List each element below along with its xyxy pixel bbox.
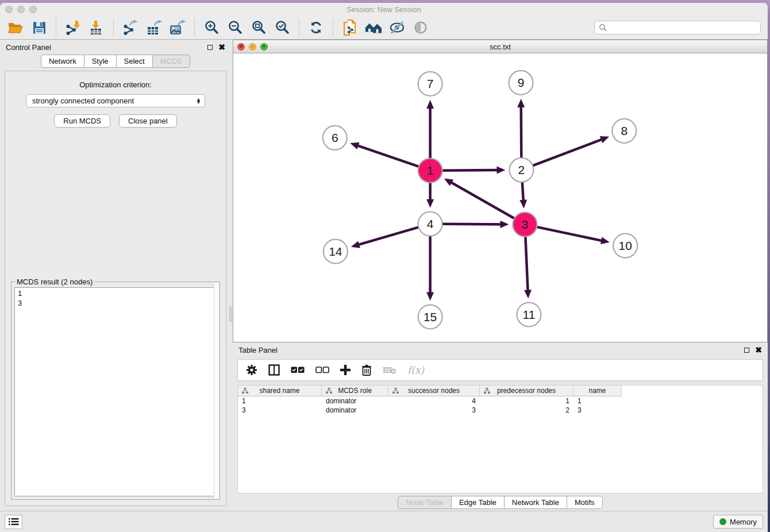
toolbar-separator bbox=[113, 19, 114, 36]
save-session-button[interactable] bbox=[30, 19, 48, 36]
graph-edge-1-2[interactable] bbox=[441, 170, 498, 171]
column-header-shared-name[interactable]: shared name bbox=[238, 385, 322, 396]
graph-node-label: 4 bbox=[427, 217, 434, 230]
eye-disabled-icon bbox=[413, 20, 428, 35]
graph-edge-4-3[interactable] bbox=[441, 224, 502, 225]
column-header-predecessor-nodes[interactable]: predecessor nodes bbox=[480, 385, 573, 396]
column-header-label: predecessor nodes bbox=[497, 387, 556, 395]
graph-node-label: 9 bbox=[518, 76, 525, 89]
column-header-name[interactable]: name bbox=[573, 385, 622, 396]
add-column-button[interactable] bbox=[340, 365, 351, 375]
table-row[interactable]: 3dominator323 bbox=[238, 406, 763, 415]
zoom-selected-button[interactable] bbox=[274, 19, 291, 36]
run-mcds-button[interactable]: Run MCDS bbox=[54, 114, 110, 128]
graph-edge-arrowhead bbox=[350, 142, 359, 149]
hide-selected-button[interactable] bbox=[388, 19, 406, 36]
export-image-button[interactable] bbox=[169, 19, 186, 36]
graph-edge-arrowhead bbox=[426, 199, 434, 208]
table-toolbar: f(x) bbox=[237, 359, 763, 381]
graph-edge-2-8[interactable] bbox=[531, 139, 602, 166]
graph-node-label: 6 bbox=[332, 131, 338, 144]
import-network-button[interactable] bbox=[64, 19, 82, 36]
table-panel-header: Table Panel ✖ bbox=[233, 342, 768, 357]
graph-edge-2-9[interactable] bbox=[521, 106, 522, 160]
export-network-button[interactable] bbox=[122, 19, 139, 36]
column-type-icon bbox=[242, 388, 248, 394]
table-settings-button[interactable] bbox=[246, 364, 257, 376]
function-builder-button[interactable]: f(x) bbox=[407, 364, 424, 376]
graph-edge-arrowhead bbox=[496, 167, 505, 174]
deselect-all-button[interactable] bbox=[315, 367, 329, 373]
table-row[interactable]: 1dominator411 bbox=[238, 396, 763, 406]
control-panel-undock-button[interactable] bbox=[207, 45, 213, 50]
graph-edge-arrowhead bbox=[600, 237, 610, 244]
window-titlebar: Session: New Session bbox=[0, 3, 768, 16]
graph-node-label: 11 bbox=[523, 308, 536, 321]
home-button[interactable] bbox=[365, 19, 382, 36]
table-cell: 1 bbox=[238, 396, 322, 406]
tab-motifs[interactable]: Motifs bbox=[567, 496, 603, 509]
zoom-out-button[interactable] bbox=[226, 19, 244, 36]
export-table-button[interactable] bbox=[145, 19, 163, 36]
split-columns-button[interactable] bbox=[268, 364, 280, 376]
tab-node-table[interactable]: Node Table bbox=[398, 496, 452, 509]
clone-network-button[interactable] bbox=[341, 19, 359, 36]
task-history-button[interactable] bbox=[5, 515, 22, 529]
column-header-label: name bbox=[588, 387, 606, 395]
control-panel-tabs: NetworkStyleSelectMCDS bbox=[0, 55, 231, 68]
graph-node-label: 8 bbox=[621, 124, 627, 137]
zoom-in-button[interactable] bbox=[203, 19, 220, 36]
zoom-fit-icon bbox=[251, 20, 266, 35]
table-panel-tabs: Node TableEdge TableNetwork TableMotifs bbox=[398, 496, 602, 509]
tab-network-table[interactable]: Network Table bbox=[505, 496, 567, 509]
tab-select[interactable]: Select bbox=[117, 55, 153, 68]
import-table-icon bbox=[89, 20, 104, 35]
app-window: Session: New Session bbox=[0, 3, 768, 532]
tab-edge-table[interactable]: Edge Table bbox=[452, 496, 505, 509]
toolbar-search[interactable] bbox=[594, 21, 761, 34]
show-all-button[interactable] bbox=[412, 19, 429, 36]
tab-style[interactable]: Style bbox=[84, 55, 117, 68]
graph-edge-4-14[interactable] bbox=[358, 227, 420, 245]
mcds-panel: Optimization criterion: strongly connect… bbox=[5, 71, 226, 506]
select-all-button[interactable] bbox=[291, 367, 305, 373]
graph-edge-arrowhead bbox=[517, 99, 525, 107]
delete-table-button[interactable] bbox=[383, 365, 396, 375]
table-panel-close-button[interactable]: ✖ bbox=[755, 346, 762, 354]
panel-splitter-handle[interactable] bbox=[229, 307, 232, 322]
table-panel-undock-button[interactable] bbox=[744, 348, 749, 353]
network-close-button[interactable]: ✕ bbox=[237, 43, 245, 51]
graph-edge-3-11[interactable] bbox=[525, 235, 528, 291]
graph-node-label: 7 bbox=[427, 77, 434, 90]
close-panel-button[interactable]: Close panel bbox=[119, 114, 177, 128]
memory-button[interactable]: Memory bbox=[713, 515, 763, 529]
column-type-icon bbox=[326, 388, 332, 394]
tab-network[interactable]: Network bbox=[41, 55, 84, 68]
optimization-criterion-select[interactable]: strongly connected component ▲▼ bbox=[26, 94, 205, 107]
graph-edge-3-10[interactable] bbox=[535, 226, 602, 241]
apply-layout-button[interactable] bbox=[307, 19, 325, 36]
result-scrollbar[interactable] bbox=[214, 283, 219, 499]
table-cell: 1 bbox=[573, 396, 622, 406]
mcds-result-text[interactable]: 13 bbox=[14, 287, 217, 496]
open-file-button[interactable] bbox=[7, 19, 24, 36]
graph-edge-2-3[interactable] bbox=[522, 180, 523, 201]
column-header-mcds-role[interactable]: MCDS role bbox=[322, 385, 388, 396]
graph-edge-1-6[interactable] bbox=[357, 145, 421, 167]
network-minimize-button[interactable]: − bbox=[249, 43, 256, 51]
zoom-fit-button[interactable] bbox=[250, 19, 267, 36]
network-canvas[interactable]: 7968124314101511 bbox=[233, 53, 767, 342]
control-panel-close-button[interactable]: ✖ bbox=[218, 43, 225, 51]
table-cell: 2 bbox=[480, 406, 573, 415]
control-panel-header: Control Panel ✖ bbox=[0, 40, 231, 55]
tab-mcds[interactable]: MCDS bbox=[153, 55, 190, 68]
network-maximize-button[interactable]: + bbox=[260, 43, 268, 51]
delete-column-button[interactable] bbox=[361, 364, 372, 376]
mcds-result-group: MCDS result (2 nodes) 13 bbox=[11, 282, 220, 500]
import-table-button[interactable] bbox=[88, 19, 105, 36]
network-canvas-svg: 7968124314101511 bbox=[233, 53, 767, 342]
graph-edge-3-1[interactable] bbox=[451, 182, 516, 219]
column-header-successor-nodes[interactable]: successor nodes bbox=[388, 385, 480, 396]
table-header-row: shared nameMCDS rolesuccessor nodesprede… bbox=[238, 385, 763, 396]
search-input[interactable] bbox=[610, 23, 756, 32]
